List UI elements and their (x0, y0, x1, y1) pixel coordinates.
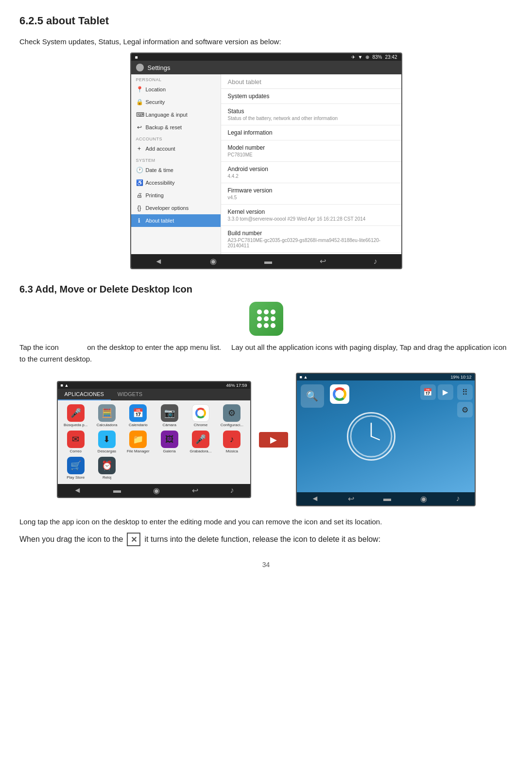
developer-label: Developer options (146, 205, 189, 211)
app-cell-chrome[interactable]: Chrome (187, 404, 215, 428)
location-icon: 📍 (136, 86, 143, 93)
app-icon-display (19, 302, 513, 336)
nav-home-icon[interactable]: ◉ (210, 257, 217, 266)
camara-icon: 📷 (161, 404, 178, 422)
airplane-icon: ✈ (351, 54, 355, 60)
appgrid-nav-return[interactable]: ↩ (192, 486, 198, 495)
app-cell-grabadora[interactable]: 🎤 Grabadora... (187, 431, 215, 454)
calendario-icon: 📅 (129, 404, 147, 422)
status-title: Status (228, 108, 395, 115)
section-title-625: 6.2.5 about Tablet (19, 15, 513, 27)
desktop-status-left: ■ ▲ (300, 375, 308, 380)
appgrid-status-left: ■ ▲ (61, 383, 69, 388)
app-cell-config[interactable]: ⚙ Configuraci... (218, 404, 246, 428)
app-cell-filemanager[interactable]: 📁 File Manager (124, 431, 152, 454)
datetime-label: Date & time (146, 167, 173, 173)
settings-item-about[interactable]: ℹ About tablet (131, 214, 221, 227)
filemanager-icon: 📁 (129, 431, 147, 448)
desktop-body: 🔍 📅 ▶ (297, 380, 475, 492)
dot (257, 323, 262, 328)
grabadora-label: Grabadora... (190, 449, 212, 454)
appgrid-nav-home[interactable]: ▬ (113, 486, 121, 495)
right-item-status[interactable]: Status Status of the battery, network an… (221, 104, 401, 125)
section-63: 6.3 Add, Move or Delete Desktop Icon Tap… (19, 284, 513, 546)
settings-item-location[interactable]: 📍 Location (131, 83, 221, 96)
app-cell-correo[interactable]: ✉ Correo (62, 431, 90, 454)
nav-sound-icon[interactable]: ♪ (374, 257, 378, 266)
tab-applications[interactable]: APLICACIONES (58, 389, 111, 400)
backup-label: Backup & reset (146, 124, 182, 130)
desktop-nav-return[interactable]: ↩ (348, 494, 354, 503)
sim-icon: ■ (135, 54, 138, 60)
android-sub: 4.4.2 (228, 173, 395, 179)
drag-text-suffix: it turns into the delete function, relea… (144, 535, 380, 544)
settings-item-backup[interactable]: ↩ Backup & reset (131, 121, 221, 134)
desktop-status-right: 19% 10:12 (450, 375, 471, 380)
desktop-clock-widget (347, 412, 395, 461)
app-tabs-bar: APLICACIONES WIDGETS (58, 389, 250, 400)
appgrid-nav-sound[interactable]: ♪ (230, 486, 234, 495)
section-system-label: SYSTEM (131, 155, 221, 164)
app-cell-galeria[interactable]: 🖼 Galería (155, 431, 183, 454)
settings-item-accessibility[interactable]: ♿ Accessibility (131, 176, 221, 189)
right-item-systemupdates[interactable]: System updates (221, 89, 401, 104)
app-cell-calculadora[interactable]: 🧮 Calculadora (93, 404, 121, 428)
about-icon: ℹ (136, 217, 143, 224)
firmware-title: Firmware version (228, 187, 395, 194)
app-cell-reloj[interactable]: ⏰ Reloj (93, 457, 121, 480)
desktop-video-icon[interactable]: ▶ (438, 384, 453, 400)
side-icon-settings[interactable]: ⚙ (457, 402, 473, 417)
chrome-label: Chrome (194, 423, 207, 428)
section-title-63: 6.3 Add, Move or Delete Desktop Icon (19, 284, 513, 295)
desktop-search-icon[interactable]: 🔍 (301, 384, 324, 408)
nav-back-icon[interactable]: ↩ (320, 257, 326, 266)
desktop-top-right-icons: 📅 ▶ (420, 384, 453, 400)
nav-menu-icon[interactable]: ▬ (264, 257, 272, 266)
settings-item-security[interactable]: 🔒 Security (131, 96, 221, 108)
security-icon: 🔒 (136, 99, 143, 105)
desktop-nav-menu[interactable]: ◉ (420, 494, 427, 503)
app-cell-musica[interactable]: ♪ Música (218, 431, 246, 454)
tab-widgets[interactable]: WIDGETS (111, 389, 149, 400)
right-item-firmware: Firmware version v4.5 (221, 183, 401, 205)
accessibility-label: Accessibility (146, 180, 175, 186)
desktop-calendar-icon[interactable]: 📅 (420, 384, 436, 400)
chrome-circle (333, 387, 346, 401)
app-cell-busqueda[interactable]: 🎤 Búsqueda p... (62, 404, 90, 428)
desktop-nav-home[interactable]: ▬ (383, 494, 391, 503)
calculadora-icon: 🧮 (98, 404, 116, 422)
dot (257, 316, 262, 321)
system-updates-title: System updates (228, 93, 395, 100)
correo-label: Correo (69, 449, 81, 454)
desktop-nav-sound[interactable]: ♪ (456, 494, 460, 503)
grid-dots (257, 310, 275, 328)
settings-item-addaccount[interactable]: + Add account (131, 142, 221, 155)
right-item-legal[interactable]: Legal information (221, 125, 401, 140)
desktop-chrome-icon[interactable] (330, 384, 349, 404)
desktop-nav-back[interactable]: ◄ (311, 494, 319, 503)
settings-item-datetime[interactable]: 🕐 Date & time (131, 164, 221, 176)
dot (264, 323, 269, 328)
descargas-label: Descargas (98, 449, 116, 454)
busqueda-label: Búsqueda p... (64, 423, 87, 428)
settings-item-developer[interactable]: {} Developer options (131, 202, 221, 214)
nav-volume-icon[interactable]: ◄ (154, 257, 162, 266)
app-cell-calendario[interactable]: 📅 Calendario (124, 404, 152, 428)
model-title: Model number (228, 144, 395, 151)
appgrid-nav-back[interactable]: ◄ (73, 486, 81, 495)
desktop-side-icons: ⠿ ⚙ (457, 384, 473, 417)
app-grid-screenshot: ■ ▲ 46% 17:59 APLICACIONES WIDGETS 🎤 Bús… (57, 381, 251, 498)
app-cell-descargas[interactable]: ⬇ Descargas (93, 431, 121, 454)
settings-item-printing[interactable]: 🖨 Printing (131, 189, 221, 202)
tap-description: Tap the icon on the desktop to enter the… (19, 342, 513, 365)
app-cell-playstore[interactable]: 🛒 Play Store (62, 457, 90, 480)
app-cell-camara[interactable]: 📷 Cámara (155, 404, 183, 428)
settings-item-language[interactable]: ⌨ Language & input (131, 108, 221, 121)
section-accounts-label: ACCOUNTS (131, 134, 221, 142)
right-item-android: Android version 4.4.2 (221, 162, 401, 183)
side-icon-grid[interactable]: ⠿ (457, 384, 473, 400)
delete-x-icon: ✕ (127, 533, 140, 546)
dot (264, 310, 269, 314)
appgrid-nav-menu[interactable]: ◉ (153, 486, 160, 495)
statusbar-right: ✈ ▼ ⊕ 83% 23:42 (351, 54, 397, 60)
